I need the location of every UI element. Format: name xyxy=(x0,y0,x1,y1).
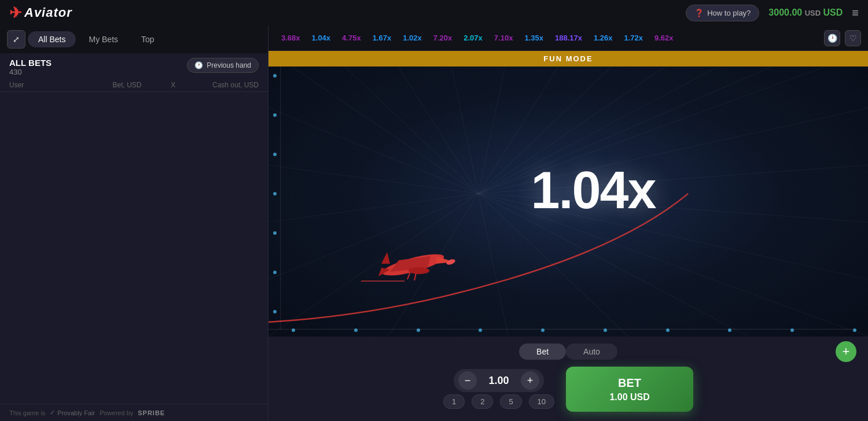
ticker-item-11[interactable]: 1.72x xyxy=(618,31,649,45)
current-multiplier: 1.04x xyxy=(531,161,655,220)
bet-value-display: 1.00 xyxy=(481,375,516,387)
x-dot xyxy=(853,328,856,332)
multiplier-ticker: 3.68x 1.04x 4.75x 1.67x 1.02x 7.20x 2.07… xyxy=(269,25,868,51)
ticker-item-0[interactable]: 3.68x xyxy=(275,31,306,45)
tab-top[interactable]: Top xyxy=(131,31,165,47)
svg-point-31 xyxy=(446,258,456,265)
add-panel-button[interactable]: + xyxy=(836,341,856,362)
quick-bet-2[interactable]: 2 xyxy=(472,394,493,409)
ticker-item-3[interactable]: 1.67x xyxy=(367,31,398,45)
bet-mode-tab-bet[interactable]: Bet xyxy=(519,344,566,360)
bet-button[interactable]: BET 1.00 USD xyxy=(566,367,693,412)
col-user-header: User xyxy=(9,81,88,89)
menu-button[interactable]: ≡ xyxy=(852,6,859,20)
bottom-controls: Bet Auto + − 1.00 + 1 2 5 10 xyxy=(269,337,868,421)
x-dot xyxy=(417,328,420,332)
bet-amount-row: − 1.00 + xyxy=(454,369,544,392)
quick-bet-10[interactable]: 10 xyxy=(529,394,554,409)
svg-line-1 xyxy=(329,51,479,194)
ticker-history-button[interactable]: 🕐 xyxy=(824,30,840,46)
left-panel: ⤢ All Bets My Bets Top ALL BETS 430 🕐 Pr… xyxy=(0,25,269,421)
col-cashout-header: Cash out, USD xyxy=(180,81,259,89)
logo: ✈ Aviator xyxy=(9,4,72,22)
balance-display: 3000.00 USD USD xyxy=(768,8,843,18)
game-area: FUN MODE xyxy=(269,51,868,337)
x-dot xyxy=(666,328,670,332)
svg-line-33 xyxy=(414,273,416,280)
quick-bet-5[interactable]: 5 xyxy=(500,394,521,409)
tab-all-bets[interactable]: All Bets xyxy=(28,31,76,47)
game-is-label: This game is xyxy=(9,409,45,416)
x-dot xyxy=(790,328,794,332)
history-icon: 🕐 xyxy=(194,61,203,69)
ticker-item-6[interactable]: 2.07x xyxy=(458,31,488,45)
airplane-container xyxy=(361,230,465,290)
bets-header: ALL BETS 430 🕐 Previous hand xyxy=(0,53,268,79)
svg-line-3 xyxy=(448,51,479,194)
bet-plus-button[interactable]: + xyxy=(521,371,539,390)
x-dot xyxy=(604,328,607,332)
svg-line-2 xyxy=(388,51,478,194)
ticker-heart-button[interactable]: ♡ xyxy=(845,30,861,46)
svg-line-11 xyxy=(269,108,479,194)
x-dot xyxy=(354,328,358,332)
x-dot xyxy=(728,328,731,332)
bet-minus-button[interactable]: − xyxy=(458,371,477,390)
ticker-item-8[interactable]: 1.35x xyxy=(518,31,549,45)
provably-fair-badge: ✓ Provably Fair xyxy=(50,409,95,416)
x-dot xyxy=(541,328,545,332)
y-dot xyxy=(273,231,277,235)
col-x-header: X xyxy=(166,81,180,89)
bet-button-label: BET xyxy=(589,375,670,391)
ticker-item-1[interactable]: 1.04x xyxy=(306,31,337,45)
how-to-play-button[interactable]: ❓ How to play? xyxy=(686,5,759,21)
quick-bets: 1 2 5 10 xyxy=(443,394,554,409)
ticker-item-7[interactable]: 7.10x xyxy=(488,31,519,45)
svg-line-13 xyxy=(269,194,479,222)
svg-line-12 xyxy=(269,165,479,193)
bet-amount-control: − 1.00 + 1 2 5 10 xyxy=(443,369,554,409)
svg-line-22 xyxy=(479,194,509,337)
y-dot xyxy=(273,271,277,274)
bet-button-amount: 1.00 USD xyxy=(589,391,670,404)
bets-title: ALL BETS xyxy=(9,58,52,68)
right-panel: 3.68x 1.04x 4.75x 1.67x 1.02x 7.20x 2.07… xyxy=(269,25,868,421)
footer-left: This game is ✓ Provably Fair Powered by … xyxy=(0,404,268,421)
logo-dot: ✈ xyxy=(9,4,22,22)
y-dot xyxy=(273,310,277,313)
svg-point-30 xyxy=(409,267,429,274)
svg-line-4 xyxy=(479,51,509,194)
shield-icon: ✓ xyxy=(50,409,55,416)
ticker-item-2[interactable]: 4.75x xyxy=(336,31,367,45)
airplane-svg xyxy=(361,230,465,288)
ticker-item-5[interactable]: 7.20x xyxy=(428,31,458,45)
powered-by-label: Powered by xyxy=(100,409,133,416)
bets-list xyxy=(0,92,268,404)
y-dot xyxy=(273,74,277,77)
tabs-row: ⤢ All Bets My Bets Top xyxy=(0,25,268,53)
ticker-item-4[interactable]: 1.02x xyxy=(397,31,428,45)
bets-count: 430 xyxy=(9,68,52,76)
bet-mode-tabs: Bet Auto + xyxy=(280,344,856,360)
x-dot xyxy=(292,328,295,332)
expand-button[interactable]: ⤢ xyxy=(7,30,25,49)
x-axis-dots xyxy=(292,328,856,332)
previous-hand-button[interactable]: 🕐 Previous hand xyxy=(187,58,259,73)
ticker-item-9[interactable]: 188.17x xyxy=(549,31,588,45)
fun-mode-banner: FUN MODE xyxy=(269,51,868,67)
balance-value: 3000.00 xyxy=(768,8,802,17)
y-dot xyxy=(273,113,277,117)
how-to-play-label: How to play? xyxy=(707,9,751,17)
y-dot xyxy=(273,153,277,156)
tab-my-bets[interactable]: My Bets xyxy=(78,31,128,47)
ticker-item-10[interactable]: 1.26x xyxy=(588,31,619,45)
quick-bet-1[interactable]: 1 xyxy=(443,394,465,409)
balance-currency: USD xyxy=(805,9,821,17)
bets-columns-header: User Bet, USD X Cash out, USD xyxy=(0,79,268,92)
ticker-item-12[interactable]: 9.62x xyxy=(649,31,679,45)
bet-mode-tab-auto[interactable]: Auto xyxy=(566,344,617,360)
svg-line-0 xyxy=(269,51,479,194)
header: ✈ Aviator ❓ How to play? 3000.00 USD USD… xyxy=(0,0,868,25)
svg-marker-28 xyxy=(381,252,390,264)
x-dot xyxy=(479,328,482,332)
